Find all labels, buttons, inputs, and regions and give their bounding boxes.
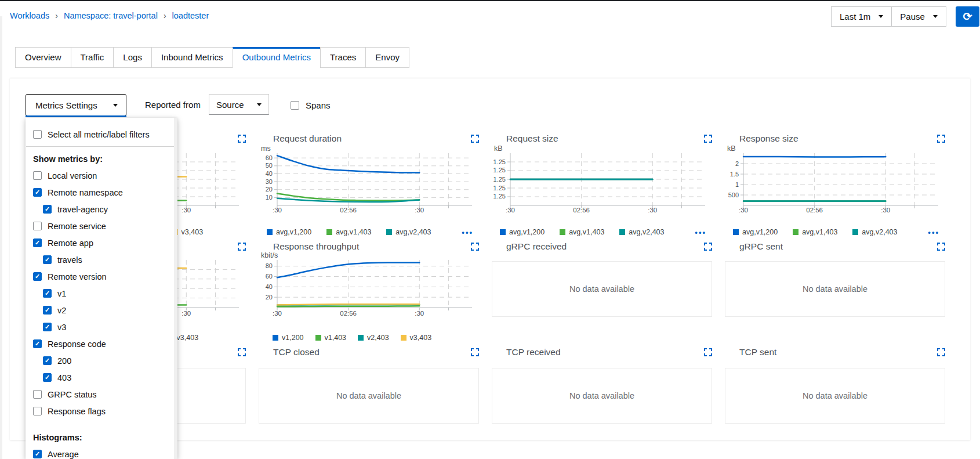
legend-item[interactable]: avg,v2,403: [386, 228, 431, 236]
legend-item[interactable]: avg,v2,403: [852, 228, 897, 236]
menu-item-v1[interactable]: v1: [26, 285, 177, 302]
tab-envoy[interactable]: Envoy: [365, 47, 409, 68]
page-left-edge: [0, 16, 2, 459]
chart-card-header: Request duration: [259, 129, 479, 144]
menu-item-remote-service[interactable]: Remote service: [26, 218, 177, 234]
legend-item[interactable]: avg,v1,200: [500, 228, 545, 236]
expand-chart-button[interactable]: [704, 135, 712, 143]
checkbox[interactable]: [33, 222, 42, 230]
tab-traffic[interactable]: Traffic: [71, 47, 114, 68]
menu-item-remote-app[interactable]: Remote app: [26, 234, 177, 251]
expand-chart-button[interactable]: [937, 348, 945, 356]
expand-chart-button[interactable]: [937, 243, 945, 251]
checkbox[interactable]: [43, 323, 52, 331]
metrics-settings-dropdown[interactable]: Metrics Settings: [26, 94, 126, 116]
checkbox[interactable]: [33, 450, 42, 458]
legend-label: v1,403: [325, 334, 347, 342]
menu-item-grpc-status[interactable]: GRPC status: [26, 386, 177, 403]
expand-icon: [937, 348, 945, 356]
menu-item-travels[interactable]: travels: [26, 251, 177, 268]
legend-item[interactable]: avg,v1,200: [733, 228, 778, 236]
legend-swatch: [733, 229, 739, 235]
chart-options-kebab-icon[interactable]: •••: [695, 229, 706, 236]
menu-item-average[interactable]: Average: [26, 446, 177, 459]
reported-from-select[interactable]: Source: [209, 94, 269, 115]
legend-item[interactable]: v1,403: [315, 334, 347, 342]
menu-scrollbar-track[interactable]: [174, 118, 177, 459]
duration-dropdown[interactable]: Last 1m: [831, 6, 892, 27]
legend-item[interactable]: avg,v2,403: [619, 228, 664, 236]
svg-text::30: :30: [273, 310, 282, 317]
pause-dropdown[interactable]: Pause: [891, 6, 946, 27]
menu-item-v3[interactable]: v3: [26, 319, 177, 335]
menu-item-403[interactable]: 403: [26, 369, 177, 386]
spans-checkbox[interactable]: [291, 101, 299, 110]
chart-options-kebab-icon[interactable]: •••: [462, 229, 473, 236]
menu-section-title: Show metrics by:: [26, 150, 177, 167]
legend-item[interactable]: v1,200: [273, 334, 304, 342]
checkbox[interactable]: [43, 289, 52, 298]
checkbox[interactable]: [33, 238, 42, 247]
chart-title: Request size: [506, 133, 558, 144]
chart-card-request-size: Request sizekB1.251.251.251.251.25:3002:…: [492, 129, 712, 232]
svg-text:80: 80: [266, 262, 273, 269]
checkbox[interactable]: [33, 171, 42, 180]
menu-item-200[interactable]: 200: [26, 352, 177, 369]
legend-item[interactable]: v2,403: [358, 334, 389, 342]
expand-chart-button[interactable]: [704, 243, 712, 251]
tab-outbound-metrics[interactable]: Outbound Metrics: [233, 47, 321, 68]
legend-swatch: [315, 335, 321, 341]
menu-item-select-all-metric-label-filters[interactable]: Select all metric/label filters: [26, 126, 177, 143]
checkbox[interactable]: [43, 255, 52, 264]
menu-item-remote-version[interactable]: Remote version: [26, 268, 177, 285]
refresh-button[interactable]: ⟳: [956, 6, 979, 27]
legend-item[interactable]: avg,v1,403: [793, 228, 837, 236]
menu-item-local-version[interactable]: Local version: [26, 167, 177, 184]
tab-overview[interactable]: Overview: [15, 47, 71, 68]
expand-chart-button[interactable]: [471, 243, 479, 251]
checkbox[interactable]: [43, 373, 52, 382]
checkbox[interactable]: [43, 306, 52, 315]
expand-chart-button[interactable]: [471, 348, 479, 356]
menu-item-label: travels: [57, 255, 82, 265]
menu-item-v2[interactable]: v2: [26, 302, 177, 319]
menu-item-remote-namespace[interactable]: Remote namespace: [26, 184, 177, 201]
checkbox[interactable]: [33, 339, 42, 348]
expand-chart-button[interactable]: [937, 135, 945, 143]
chart-card-response-size: Response sizekB50011.52:3002:56:30avg,v1…: [725, 129, 945, 232]
expand-chart-button[interactable]: [238, 243, 246, 251]
legend-item[interactable]: v3,403: [401, 334, 432, 342]
tab-inbound-metrics[interactable]: Inbound Metrics: [151, 47, 233, 68]
legend-item[interactable]: avg,v1,403: [326, 228, 371, 236]
menu-item-response-flags[interactable]: Response flags: [26, 403, 177, 420]
checkbox[interactable]: [33, 390, 42, 399]
expand-chart-button[interactable]: [704, 348, 712, 356]
expand-chart-button[interactable]: [238, 348, 246, 356]
checkbox[interactable]: [43, 356, 52, 365]
menu-item-label: 200: [57, 356, 71, 366]
chart-card-grpc-sent: gRPC sentNo data available: [725, 237, 945, 342]
svg-text:1.25: 1.25: [493, 167, 506, 174]
menu-item-label: GRPC status: [48, 390, 97, 399]
menu-item-travel-agency[interactable]: travel-agency: [26, 201, 177, 218]
checkbox[interactable]: [43, 205, 52, 214]
svg-text:60: 60: [266, 273, 273, 280]
expand-chart-button[interactable]: [238, 135, 246, 143]
svg-text:30: 30: [266, 178, 273, 185]
legend-item[interactable]: avg,v1,403: [560, 228, 604, 236]
checkbox[interactable]: [33, 130, 42, 139]
breadcrumb-link[interactable]: Namespace: travel-portal: [64, 11, 158, 20]
svg-text:1.25: 1.25: [493, 193, 506, 200]
expand-chart-button[interactable]: [471, 135, 479, 143]
checkbox[interactable]: [33, 407, 42, 415]
tab-traces[interactable]: Traces: [320, 47, 366, 68]
menu-item-response-code[interactable]: Response code: [26, 335, 177, 352]
breadcrumb-link[interactable]: loadtester: [172, 11, 209, 20]
checkbox[interactable]: [33, 272, 42, 281]
chart-options-kebab-icon[interactable]: •••: [928, 229, 939, 236]
breadcrumb-link[interactable]: Workloads: [10, 11, 49, 20]
chart-plot-response-size: kB50011.52:3002:56:30: [725, 144, 945, 225]
legend-item[interactable]: avg,v1,200: [267, 228, 311, 236]
tab-logs[interactable]: Logs: [113, 47, 152, 68]
checkbox[interactable]: [33, 188, 42, 197]
